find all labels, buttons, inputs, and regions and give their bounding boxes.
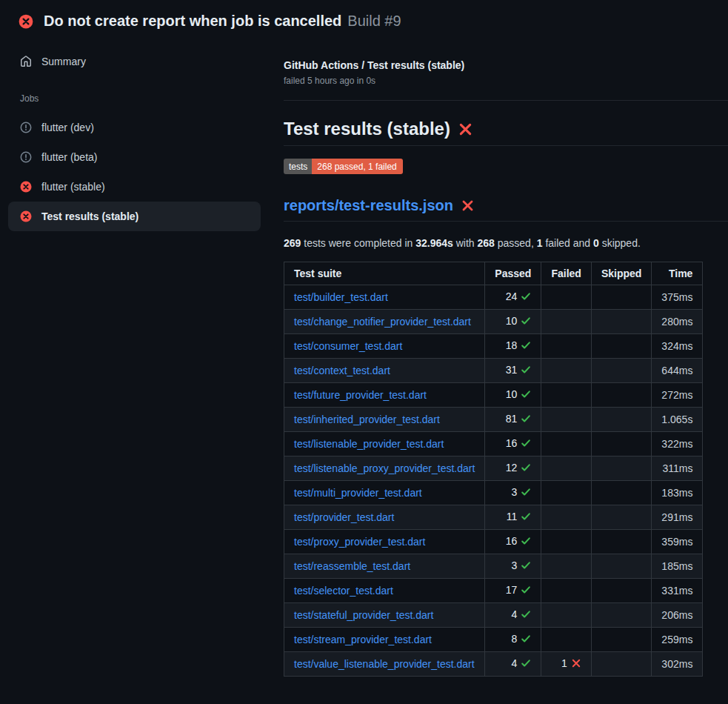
failed-cell — [541, 579, 591, 603]
test-suite-link[interactable]: test/builder_test.dart — [294, 291, 388, 303]
passed-cell: 16 — [485, 432, 541, 456]
test-suite-link[interactable]: test/provider_test.dart — [294, 511, 394, 523]
passed-cell: 3 — [485, 554, 541, 579]
test-suite-link[interactable]: test/context_test.dart — [294, 365, 390, 376]
passed-cell: 10 — [485, 383, 541, 408]
table-row: test/stateful_provider_test.dart4206ms — [284, 603, 703, 628]
table-header-row: Test suitePassedFailedSkippedTime — [284, 262, 703, 285]
failed-cell — [541, 285, 591, 310]
sidebar: Summary Jobs flutter (dev)flutter (beta)… — [0, 37, 284, 231]
run-header: Do not create report when job is cancell… — [0, 0, 728, 37]
sidebar-item-job-1[interactable]: flutter (beta) — [8, 142, 261, 172]
check-icon — [521, 634, 531, 646]
test-suite-link[interactable]: test/multi_provider_test.dart — [294, 487, 422, 499]
failed-cell — [541, 481, 591, 505]
section-heading-title: Test results (stable) — [284, 119, 450, 139]
sidebar-item-job-2[interactable]: flutter (stable) — [8, 172, 261, 202]
test-suite-link[interactable]: test/future_provider_test.dart — [294, 389, 427, 401]
failed-x-icon — [461, 199, 474, 212]
summary-line: 269 tests were completed in 32.964s with… — [284, 237, 728, 249]
column-header-1: Passed — [485, 262, 541, 285]
test-suite-cell: test/change_notifier_provider_test.dart — [284, 310, 485, 334]
test-suite-cell: test/multi_provider_test.dart — [284, 481, 485, 505]
failed-x-icon — [458, 122, 472, 136]
skipped-cell — [591, 432, 651, 456]
check-icon — [521, 658, 531, 671]
table-row: test/inherited_provider_test.dart811.065… — [284, 408, 703, 432]
skipped-count: 0 — [593, 237, 599, 249]
table-row: test/change_notifier_provider_test.dart1… — [284, 310, 703, 334]
failed-cell: 1 — [541, 652, 591, 677]
job-label: flutter (beta) — [41, 151, 97, 163]
passed-cell: 4 — [485, 652, 541, 677]
run-title: Do not create report when job is cancell… — [44, 13, 341, 30]
table-row: test/listenable_provider_test.dart16322m… — [284, 432, 703, 456]
time-cell: 185ms — [652, 554, 703, 579]
test-suite-cell: test/proxy_provider_test.dart — [284, 530, 485, 554]
run-failed-icon — [19, 14, 33, 29]
time-cell: 322ms — [652, 432, 703, 456]
jobs-list: flutter (dev)flutter (beta)flutter (stab… — [0, 113, 284, 231]
passed-cell: 24 — [485, 285, 541, 310]
test-suite-link[interactable]: test/change_notifier_provider_test.dart — [294, 316, 471, 328]
test-suite-cell: test/value_listenable_provider_test.dart — [284, 652, 485, 677]
time-cell: 311ms — [652, 456, 703, 481]
test-suite-link[interactable]: test/stream_provider_test.dart — [294, 634, 432, 645]
sidebar-item-job-3[interactable]: Test results (stable) — [8, 202, 261, 231]
test-suite-link[interactable]: test/selector_test.dart — [294, 585, 393, 597]
skipped-cell — [591, 310, 651, 334]
check-icon — [521, 291, 531, 304]
test-suite-link[interactable]: test/consumer_test.dart — [294, 340, 402, 352]
time-cell: 291ms — [652, 505, 703, 530]
skipped-cell — [591, 579, 651, 603]
skipped-cell — [591, 603, 651, 628]
results-table: Test suitePassedFailedSkippedTime test/b… — [284, 262, 703, 677]
check-icon — [521, 414, 531, 426]
test-suite-cell: test/listenable_proxy_provider_test.dart — [284, 456, 485, 481]
report-file-link[interactable]: reports/test-results.json — [284, 197, 453, 214]
run-build-number: Build #9 — [347, 13, 401, 30]
time-cell: 359ms — [652, 530, 703, 554]
test-suite-cell: test/listenable_provider_test.dart — [284, 432, 485, 456]
time-cell: 302ms — [652, 652, 703, 677]
job-label: flutter (dev) — [41, 122, 94, 133]
passed-cell: 16 — [485, 530, 541, 554]
skipped-cell — [591, 359, 651, 383]
skipped-cell — [591, 456, 651, 481]
passed-count: 268 — [478, 237, 495, 249]
jobs-section-label: Jobs — [0, 93, 284, 104]
test-suite-link[interactable]: test/listenable_proxy_provider_test.dart — [294, 462, 475, 474]
check-icon — [521, 340, 531, 353]
test-suite-cell: test/inherited_provider_test.dart — [284, 408, 485, 432]
table-row: test/provider_test.dart11291ms — [284, 505, 703, 530]
column-header-3: Skipped — [591, 262, 651, 285]
test-suite-link[interactable]: test/stateful_provider_test.dart — [294, 609, 433, 621]
passed-cell: 4 — [485, 603, 541, 628]
run-meta: failed 5 hours ago in 0s — [284, 76, 728, 86]
table-row: test/context_test.dart31644ms — [284, 359, 703, 383]
x-icon — [571, 658, 581, 671]
check-icon — [521, 536, 531, 548]
job-label: Test results (stable) — [41, 210, 138, 222]
test-suite-link[interactable]: test/listenable_provider_test.dart — [294, 438, 444, 450]
test-suite-cell: test/stateful_provider_test.dart — [284, 603, 485, 628]
test-suite-link[interactable]: test/value_listenable_provider_test.dart — [294, 658, 475, 670]
sidebar-summary-label: Summary — [41, 56, 86, 67]
table-row: test/selector_test.dart17331ms — [284, 579, 703, 603]
passed-cell: 12 — [485, 456, 541, 481]
x-circle-icon — [20, 181, 32, 193]
check-icon — [521, 560, 531, 573]
sidebar-item-job-0[interactable]: flutter (dev) — [8, 113, 261, 142]
time-cell: 331ms — [652, 579, 703, 603]
test-suite-link[interactable]: test/proxy_provider_test.dart — [294, 536, 425, 548]
test-suite-link[interactable]: test/reassemble_test.dart — [294, 560, 410, 572]
failed-cell — [541, 628, 591, 652]
passed-cell: 17 — [485, 579, 541, 603]
check-icon — [521, 389, 531, 402]
test-suite-link[interactable]: test/inherited_provider_test.dart — [294, 414, 440, 425]
failed-cell — [541, 408, 591, 432]
check-icon — [521, 487, 531, 499]
job-label: flutter (stable) — [41, 181, 105, 193]
skipped-cell — [591, 505, 651, 530]
sidebar-item-summary[interactable]: Summary — [0, 49, 284, 74]
